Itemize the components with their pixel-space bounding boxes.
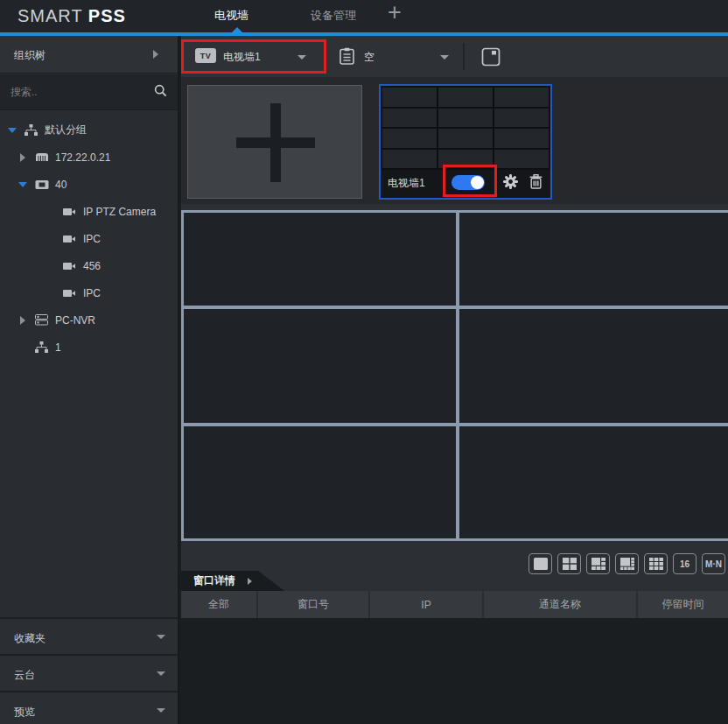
wall-window-cell[interactable] xyxy=(459,213,728,306)
tree-item-label: 172.22.0.21 xyxy=(55,151,110,164)
wall-selector-value[interactable]: 电视墙1 xyxy=(223,50,261,65)
wall-toolbar: TV 电视墙1 空 xyxy=(181,36,728,77)
device-tree: 默认分组 172.22.0.21 40 IP PTZ Camera IPC xyxy=(0,116,178,361)
layout-4-button[interactable] xyxy=(557,553,581,574)
chevron-down-icon[interactable] xyxy=(157,708,165,713)
wall-settings-gear-icon[interactable] xyxy=(503,174,518,193)
tab-device-management[interactable]: 设备管理 xyxy=(311,8,356,24)
search-row xyxy=(0,74,178,110)
tree-item-label: PC-NVR xyxy=(55,314,95,327)
top-bar: SMART PSS 电视墙 设备管理 + xyxy=(0,0,728,32)
tree-item-label: IPC xyxy=(83,287,101,299)
collapse-arrow-icon[interactable] xyxy=(153,50,158,59)
panel-ptz[interactable]: 云台 xyxy=(0,654,178,691)
tree-item-1[interactable]: 1 xyxy=(0,334,178,361)
logo-pss: PSS xyxy=(88,6,126,25)
wall-card-name: 电视墙1 xyxy=(388,176,425,191)
bottom-strip: 16 M·N 窗口详情 xyxy=(181,541,728,591)
tree-item-label: 40 xyxy=(55,179,66,191)
layout-8-button[interactable] xyxy=(615,553,639,574)
chevron-down-icon[interactable] xyxy=(157,671,165,676)
search-icon[interactable] xyxy=(154,84,167,101)
wall-display-grid xyxy=(181,210,728,541)
camera-icon xyxy=(63,289,78,298)
scheme-selector-caret-icon[interactable] xyxy=(440,55,449,60)
collapse-caret-icon[interactable] xyxy=(18,182,28,187)
logo-smart: SMART xyxy=(18,6,82,25)
tree-item-label: 456 xyxy=(83,260,101,272)
expand-caret-icon[interactable] xyxy=(18,316,28,325)
scheme-list-icon xyxy=(340,47,354,68)
layout-1-button[interactable] xyxy=(528,553,552,574)
wall-enable-toggle[interactable] xyxy=(452,175,485,190)
wall-selector-caret-icon[interactable] xyxy=(298,55,306,60)
add-wall-card[interactable] xyxy=(187,85,362,199)
tab-tv-wall[interactable]: 电视墙 xyxy=(214,8,248,24)
tree-item-456[interactable]: 456 xyxy=(0,252,178,279)
smartpss-window: SMART PSS 电视墙 设备管理 + 组织树 默认分组 xyxy=(0,0,728,724)
window-details-label: 窗口详情 xyxy=(193,573,235,588)
window-details-table-header: 全部 窗口号 IP 通道名称 停留时间 xyxy=(181,591,728,618)
wall-window-cell[interactable] xyxy=(184,426,456,538)
camera-icon xyxy=(63,262,78,271)
panel-label: 云台 xyxy=(14,668,35,683)
app-logo: SMART PSS xyxy=(18,6,126,26)
pc-nvr-icon xyxy=(35,314,50,326)
layout-buttons: 16 M·N xyxy=(528,553,725,574)
wall-preview-grid xyxy=(381,86,550,170)
search-input[interactable] xyxy=(9,81,144,102)
expand-caret-icon[interactable] xyxy=(18,153,28,162)
scheme-selector-value[interactable]: 空 xyxy=(364,50,374,65)
layout-mn-button[interactable]: M·N xyxy=(702,553,725,574)
group-icon xyxy=(24,124,39,136)
save-button[interactable] xyxy=(480,46,502,68)
toggle-knob xyxy=(471,176,484,189)
org-tree-title: 组织树 xyxy=(14,48,46,63)
wall-card-strip: 电视墙1 xyxy=(181,77,728,204)
arrow-right-icon xyxy=(248,578,252,585)
tv-wall-icon: TV xyxy=(195,48,216,63)
tree-item-ip-ptz-camera[interactable]: IP PTZ Camera xyxy=(0,198,178,225)
wall-window-cell[interactable] xyxy=(459,426,728,538)
window-details-tab[interactable]: 窗口详情 xyxy=(181,571,284,591)
layout-6-button[interactable] xyxy=(586,553,610,574)
col-header-window-no: 窗口号 xyxy=(258,591,370,618)
tree-item-ipc-2[interactable]: IPC xyxy=(0,279,178,306)
tree-item-172-22-0-21[interactable]: 172.22.0.21 xyxy=(0,144,178,171)
wall-window-cell[interactable] xyxy=(184,309,456,423)
recorder-icon xyxy=(35,179,50,190)
tree-item-label: 默认分组 xyxy=(45,123,87,137)
org-tree-header[interactable]: 组织树 xyxy=(0,36,178,74)
tree-item-ipc-1[interactable]: IPC xyxy=(0,225,178,252)
panel-preview[interactable]: 预览 xyxy=(0,691,178,724)
wall-card-selected[interactable]: 电视墙1 xyxy=(379,84,552,200)
main-area: TV 电视墙1 空 电视墙1 xyxy=(181,36,728,724)
add-wall-plus-icon xyxy=(270,103,281,182)
active-tab-notch xyxy=(232,27,242,32)
wall-window-cell[interactable] xyxy=(459,309,728,423)
tree-item-default-group[interactable]: 默认分组 xyxy=(0,116,178,144)
window-details-table-body xyxy=(181,618,728,724)
sidebar: 组织树 默认分组 172.22.0.21 40 xyxy=(0,36,179,724)
device-icon xyxy=(35,152,50,162)
group-icon xyxy=(35,341,50,353)
panel-label: 预览 xyxy=(14,705,35,720)
panel-favorites[interactable]: 收藏夹 xyxy=(0,617,178,654)
new-tab-button[interactable]: + xyxy=(388,0,402,26)
wall-window-cell[interactable] xyxy=(184,213,456,306)
tree-item-label: IPC xyxy=(83,233,101,245)
camera-icon xyxy=(63,235,78,243)
tree-item-40[interactable]: 40 xyxy=(0,171,178,198)
tree-item-pc-nvr[interactable]: PC-NVR xyxy=(0,306,178,334)
wall-delete-trash-icon[interactable] xyxy=(529,174,542,193)
toolbar-divider xyxy=(463,43,465,70)
col-header-dwell-time: 停留时间 xyxy=(638,591,728,618)
col-header-channel-name: 通道名称 xyxy=(484,591,638,618)
layout-9-button[interactable] xyxy=(644,553,668,574)
layout-16-button[interactable]: 16 xyxy=(673,553,696,574)
collapse-caret-icon[interactable] xyxy=(7,128,18,133)
tree-item-label: IP PTZ Camera xyxy=(83,206,156,218)
chevron-down-icon[interactable] xyxy=(157,635,165,639)
col-header-all: 全部 xyxy=(181,591,258,618)
col-header-ip: IP xyxy=(370,591,484,618)
